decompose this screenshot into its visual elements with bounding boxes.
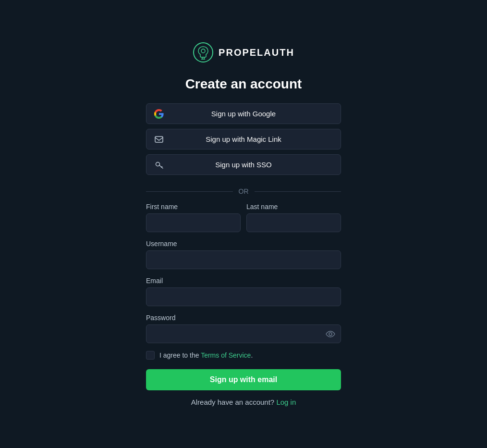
first-name-label: First name (146, 203, 241, 211)
submit-button[interactable]: Sign up with email (146, 369, 341, 390)
first-name-input[interactable] (146, 213, 241, 232)
sso-button-label: Sign up with SSO (215, 161, 272, 169)
username-label: Username (146, 240, 341, 248)
terms-of-service-link[interactable]: Terms of Service (201, 351, 251, 359)
eye-icon (326, 329, 335, 339)
username-input[interactable] (146, 250, 341, 269)
password-wrapper (146, 324, 341, 343)
password-label: Password (146, 314, 341, 322)
login-text: Already have an account? (191, 398, 274, 406)
email-label: Email (146, 277, 341, 285)
terms-text: I agree to the Terms of Service. (159, 351, 253, 359)
terms-prefix: I agree to the (159, 351, 201, 359)
logo-text: PROPELAUTH (219, 47, 294, 58)
last-name-input[interactable] (246, 213, 341, 232)
page-title: Create an account (185, 76, 302, 92)
magic-link-signup-button[interactable]: Sign up with Magic Link (146, 129, 341, 149)
svg-point-7 (329, 333, 332, 336)
logo-area: PROPELAUTH (193, 42, 294, 63)
google-icon (154, 109, 164, 119)
name-row: First name Last name (146, 203, 341, 232)
sso-signup-button[interactable]: Sign up with SSO (146, 154, 341, 175)
last-name-label: Last name (246, 203, 341, 211)
terms-checkbox[interactable] (146, 351, 155, 360)
divider-left-line (146, 191, 233, 192)
divider-right-line (255, 191, 341, 192)
toggle-password-button[interactable] (326, 329, 335, 339)
google-button-label: Sign up with Google (211, 110, 276, 118)
key-icon (154, 160, 164, 170)
terms-suffix: . (251, 351, 253, 359)
password-input[interactable] (146, 324, 341, 343)
signup-container: PROPELAUTH Create an account Sign up wit… (146, 42, 341, 406)
svg-point-6 (156, 162, 160, 166)
divider: OR (146, 187, 341, 195)
login-link[interactable]: Log in (276, 398, 296, 406)
password-group: Password (146, 314, 341, 343)
svg-point-1 (201, 49, 205, 53)
first-name-group: First name (146, 203, 241, 232)
last-name-group: Last name (246, 203, 341, 232)
username-group: Username (146, 240, 341, 269)
google-signup-button[interactable]: Sign up with Google (146, 103, 341, 124)
mail-icon (154, 135, 164, 144)
svg-rect-5 (155, 137, 163, 142)
email-group: Email (146, 277, 341, 306)
terms-row: I agree to the Terms of Service. (146, 351, 341, 360)
magic-link-button-label: Sign up with Magic Link (206, 135, 281, 143)
login-row: Already have an account? Log in (191, 398, 296, 406)
email-input[interactable] (146, 287, 341, 306)
logo-icon (193, 42, 214, 63)
divider-text: OR (239, 187, 249, 195)
